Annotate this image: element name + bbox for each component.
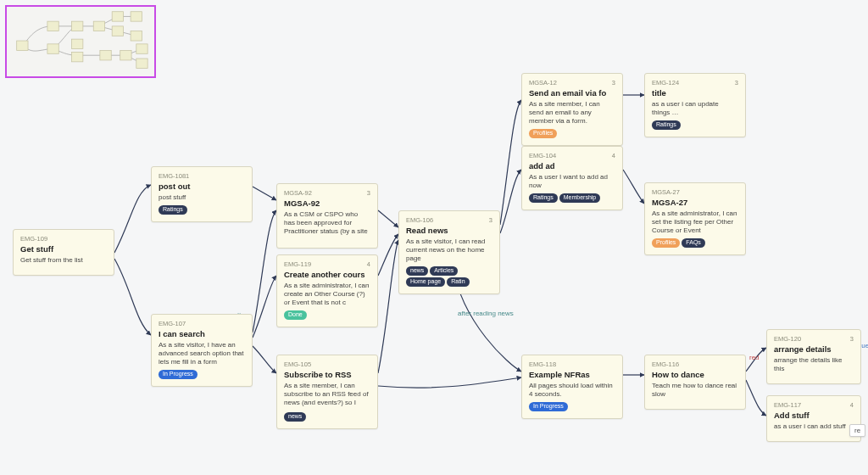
card-title: title (652, 88, 738, 98)
card-desc: As a site member, I can subscribe to an … (284, 382, 370, 409)
card-title: How to dance (652, 370, 738, 380)
card-id: EMG-104 (529, 152, 556, 159)
card-get-stuff[interactable]: EMG-109 Get stuff Get stuff from the lis… (13, 229, 114, 276)
svg-rect-3 (72, 21, 83, 31)
card-send-email[interactable]: MGSA-123 Send an email via fo As a site … (521, 73, 623, 146)
card-mgsa92[interactable]: MGSA-923 MGSA-92 As a CSM or CSPO who ha… (276, 183, 378, 249)
card-id: EMG-117 (774, 401, 801, 409)
card-count: 3 (850, 335, 854, 343)
card-mgsa27[interactable]: MGSA-27 MGSA-27 As a site administrator,… (644, 182, 746, 255)
card-title: Add stuff (774, 411, 854, 421)
card-desc: As a site member, I can send an email to… (529, 100, 615, 126)
tag: Ratings (159, 205, 187, 215)
card-id: EMG-118 (529, 360, 556, 368)
card-desc: All pages should load within 4 seconds. (529, 382, 615, 399)
minimap[interactable] (5, 5, 156, 78)
tag: news (406, 266, 428, 276)
card-tags: In Progress (529, 402, 615, 411)
card-count: 3 (489, 216, 492, 224)
card-tags: In Progress (159, 370, 245, 379)
card-nfras[interactable]: EMG-118 Example NFRas All pages should l… (521, 355, 623, 419)
card-tags: ProfilesFAQs (652, 238, 738, 248)
svg-rect-8 (112, 26, 123, 36)
tag: Membership (559, 193, 601, 203)
card-arrange[interactable]: EMG-1203 arrange details arrange the det… (766, 329, 861, 384)
card-title: arrange details (774, 344, 854, 355)
card-rss[interactable]: EMG-105 Subscribe to RSS As a site membe… (276, 355, 378, 429)
tag: In Progress (159, 370, 198, 379)
card-post-out[interactable]: EMG-1081 post out post stuff Ratings (151, 166, 253, 222)
card-id: MGSA-27 (652, 188, 680, 196)
card-dance[interactable]: EMG-116 How to dance Teach me how to dan… (644, 355, 746, 410)
card-title: MGSA-27 (652, 198, 738, 208)
svg-rect-1 (47, 21, 58, 31)
svg-rect-9 (131, 12, 142, 21)
tag: Profiles (529, 129, 557, 138)
card-count: 4 (850, 401, 854, 409)
card-desc: as a user i can add stuff (774, 422, 854, 431)
card-desc: As a site visitor, I can read current ne… (406, 238, 492, 263)
card-title: Subscribe to RSS (284, 370, 370, 380)
card-count: 3 (735, 79, 738, 87)
card-tags: Done (284, 310, 370, 320)
card-desc: As a site administrator, I can set the l… (652, 210, 738, 235)
tag: Ratings (529, 193, 558, 203)
card-id: EMG-116 (652, 360, 679, 368)
card-id: EMG-124 (652, 79, 679, 87)
svg-rect-2 (47, 44, 58, 53)
edge-label-after-reading: after reading news (458, 310, 514, 317)
card-count: 3 (612, 79, 615, 87)
tag: Ratings (652, 120, 681, 130)
tag: news (284, 412, 306, 422)
card-count: 3 (367, 189, 370, 197)
card-desc: arrange the details like this (774, 356, 854, 373)
tag: In Progress (529, 402, 568, 411)
svg-rect-14 (136, 59, 147, 68)
card-title: MGSA-92 (284, 198, 370, 209)
card-title: Example NFRas (529, 370, 615, 380)
tooltip: re (849, 424, 865, 437)
card-title-card[interactable]: EMG-1243 title as a user i can update th… (644, 73, 746, 137)
svg-rect-0 (17, 41, 28, 50)
card-read-news[interactable]: EMG-1063 Read news As a site visitor, I … (398, 210, 500, 294)
card-tags: Profiles (529, 129, 615, 138)
card-desc: As a user I want to add ad now (529, 173, 615, 190)
tag: FAQs (682, 238, 705, 248)
card-add-ad[interactable]: EMG-1044 add ad As a user I want to add … (521, 146, 623, 210)
card-title: Create another cours (284, 270, 370, 280)
svg-rect-12 (120, 50, 131, 59)
tag: Articles (430, 266, 458, 276)
card-desc: As a CSM or CSPO who has been approved f… (284, 210, 370, 238)
card-create-course[interactable]: EMG-1194 Create another cours As a site … (276, 254, 378, 327)
card-id: MGSA-92 (284, 189, 312, 197)
tag: Ratin (447, 277, 469, 287)
svg-rect-10 (131, 31, 142, 41)
card-id: EMG-109 (20, 235, 47, 243)
card-desc: Get stuff from the list (20, 256, 107, 265)
card-add-stuff[interactable]: EMG-1174 Add stuff as a user i can add s… (766, 395, 861, 442)
card-title: add ad (529, 161, 615, 171)
svg-rect-11 (100, 50, 111, 59)
card-tags: newsArticlesHome pageRatin (406, 266, 492, 287)
card-search[interactable]: EMG-107 I can search As a site visitor, … (151, 314, 253, 387)
card-title: Read news (406, 226, 492, 236)
tag: Done (284, 310, 307, 320)
svg-rect-5 (72, 52, 83, 61)
card-id: EMG-119 (284, 260, 311, 268)
svg-rect-6 (93, 21, 104, 31)
card-id: EMG-105 (284, 360, 311, 368)
card-tags: Ratings (159, 205, 245, 215)
card-title: Get stuff (20, 244, 107, 254)
tag: Profiles (652, 238, 680, 248)
edge-label-red: red (749, 354, 760, 361)
card-count: 4 (367, 260, 370, 268)
card-title: post out (159, 182, 245, 192)
svg-rect-7 (112, 12, 123, 21)
card-desc: as a user i can update things … (652, 100, 738, 117)
card-desc: As a site administrator, I can create an… (284, 282, 370, 307)
card-id: EMG-1081 (159, 172, 189, 180)
card-tags: news (284, 412, 370, 422)
card-tags: Ratings (652, 120, 738, 130)
card-desc: Teach me how to dance real slow (652, 382, 738, 399)
tag: Home page (406, 277, 445, 287)
